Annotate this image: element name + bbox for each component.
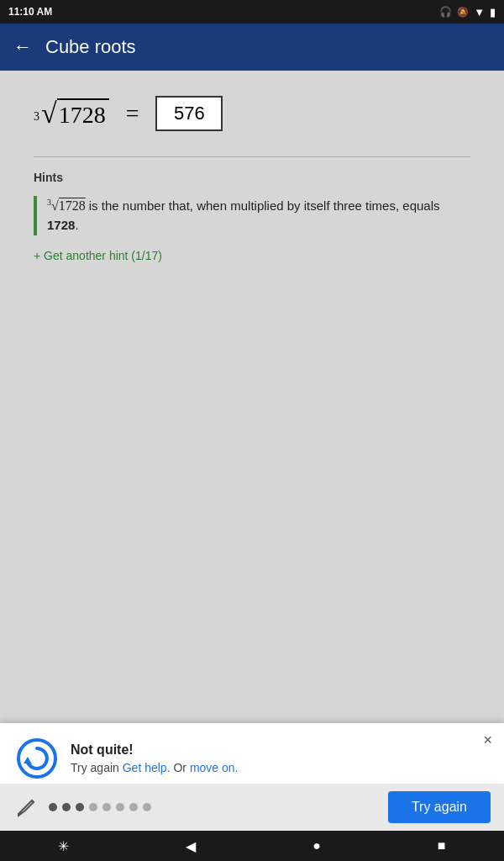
radicand: 1728 (57, 98, 109, 129)
answer-value: 576 (174, 103, 205, 124)
dot-2 (62, 803, 71, 811)
status-icons: 🎧 🔕 ▼ ▮ (439, 6, 496, 18)
or-text: Or (171, 761, 190, 774)
dot-8 (143, 803, 151, 811)
hints-section: Hints 3√1728 is the number that, when mu… (34, 171, 470, 262)
dot-3 (76, 803, 84, 811)
recents-nav-icon[interactable]: ■ (438, 838, 446, 853)
get-help-link[interactable]: Get help. (123, 761, 171, 774)
status-bar: 11:10 AM 🎧 🔕 ▼ ▮ (0, 0, 504, 24)
move-on-link[interactable]: move on. (190, 761, 239, 774)
retry-icon (17, 738, 57, 779)
popup-title: Not quite! (71, 742, 239, 758)
answer-input-box[interactable]: 576 (155, 96, 223, 131)
dot-6 (116, 803, 124, 811)
battery-icon: ▮ (490, 6, 496, 18)
home-nav-icon[interactable]: ● (312, 838, 321, 853)
hint-end-period: . (75, 218, 78, 232)
svg-point-0 (18, 740, 55, 777)
hint-math-inline: 3√1728 (47, 198, 89, 213)
system-nav-bar: ✳ ◀ ● ■ (0, 831, 504, 861)
back-nav-icon[interactable]: ◀ (186, 838, 196, 854)
bottom-left-area (13, 794, 151, 821)
hint-bold-number: 1728 (47, 218, 75, 232)
header: ← Cube roots (0, 24, 504, 71)
page-title: Cube roots (45, 36, 136, 58)
radical-symbol: √ (41, 99, 57, 128)
try-again-button[interactable]: Try again (388, 791, 491, 823)
mute-icon: 🔕 (457, 7, 469, 18)
svg-marker-1 (24, 757, 32, 764)
math-expression-area: 3 √ 1728 = 576 (34, 96, 470, 131)
hint-block: 3√1728 is the number that, when multipli… (34, 196, 470, 235)
bottom-bar: Try again (0, 784, 504, 831)
main-content: 3 √ 1728 = 576 Hints 3√1728 is the numbe… (0, 71, 504, 279)
try-again-text: Try again (71, 761, 123, 774)
hints-label: Hints (34, 171, 470, 184)
divider (34, 156, 470, 157)
hint-text-part1: is the number that, when multiplied by i… (89, 198, 440, 213)
progress-dots (49, 803, 151, 811)
dot-7 (129, 803, 138, 811)
root-index: 3 (34, 110, 39, 124)
headphones-icon: 🎧 (439, 6, 452, 18)
pencil-icon (13, 794, 40, 821)
dot-1 (49, 803, 57, 811)
dot-4 (89, 803, 97, 811)
wifi-icon: ▼ (474, 6, 485, 18)
hint-bar (34, 196, 37, 235)
popup-close-button[interactable]: × (483, 732, 492, 749)
asterisk-nav-icon: ✳ (58, 838, 69, 854)
hint-text: 3√1728 is the number that, when multipli… (47, 196, 470, 235)
get-another-hint-button[interactable]: + Get another hint (1/17) (34, 249, 470, 262)
status-time: 11:10 AM (8, 6, 52, 18)
pencil-svg (15, 795, 39, 819)
back-button[interactable]: ← (13, 36, 32, 58)
cube-root-expression: 3 √ 1728 (34, 98, 109, 129)
popup-text-area: Not quite! Try again Get help. Or move o… (71, 742, 239, 774)
popup-subtext: Try again Get help. Or move on. (71, 761, 239, 774)
equals-sign: = (126, 100, 139, 127)
dot-5 (102, 803, 111, 811)
